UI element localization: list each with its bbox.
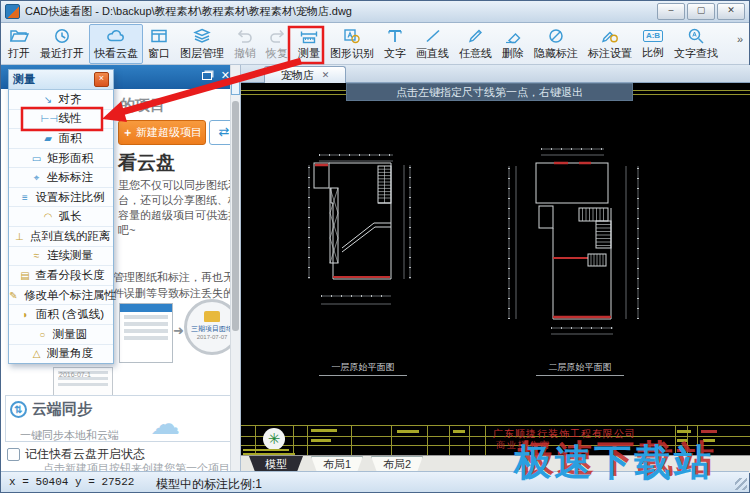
cloud-heading-fragment: 看云盘 bbox=[118, 150, 175, 176]
toolbar-recent-button[interactable]: 最近打开 bbox=[35, 24, 89, 64]
resize-grip[interactable] bbox=[735, 478, 747, 490]
arrow-right-icon: ➜ bbox=[173, 323, 184, 338]
cloud-sync-subtitle: 一键同步本地和云端 bbox=[20, 428, 119, 443]
measure-menu: 测量 × ↘对齐 ⊢⊣线性 ▰面积 ▭矩形面积 ⌖坐标标注 ≡设置标注比例 ◠弧… bbox=[8, 69, 114, 364]
cad-canvas[interactable]: 点击左键指定尺寸线第一点，右键退出 bbox=[241, 83, 750, 455]
document-tab-bar: 宠物店 ✕ bbox=[241, 65, 750, 83]
pencil-icon bbox=[466, 27, 486, 45]
menu-item-measure-circle[interactable]: ○测量圆 bbox=[9, 325, 113, 345]
measure-menu-title: 测量 bbox=[13, 72, 35, 87]
edit-annotation-icon: ✎ bbox=[6, 290, 21, 301]
minimize-button[interactable]: ‒ bbox=[657, 3, 685, 20]
toolbar-cloud-button[interactable]: 快看云盘 bbox=[89, 24, 143, 64]
main-toolbar: 打开 最近打开 快看云盘 窗口 图层管理 撤销 恢复 测量 bbox=[1, 23, 749, 65]
toolbar-undo-button[interactable]: 撤销 bbox=[229, 24, 261, 64]
app-icon bbox=[5, 4, 20, 19]
toolbar-drawline-button[interactable]: 画直线 bbox=[411, 24, 454, 64]
floor-plan-drawing bbox=[241, 83, 750, 455]
screenshot-thumbnail bbox=[119, 303, 173, 363]
redo-icon bbox=[267, 27, 287, 45]
layers-icon bbox=[192, 27, 212, 45]
maximize-button[interactable]: ▢ bbox=[687, 3, 715, 20]
toolbar-findtext-button[interactable]: 文字查找 bbox=[669, 24, 723, 64]
hide-icon bbox=[546, 27, 566, 45]
menu-item-edit-annotation[interactable]: ✎修改单个标注属性 bbox=[9, 286, 113, 306]
toolbar-overflow-chevron[interactable]: » bbox=[737, 33, 747, 55]
toolbar-annotation-settings-button[interactable]: 标注设置 bbox=[583, 24, 637, 64]
annotation-settings-icon bbox=[600, 27, 620, 45]
align-icon: ↘ bbox=[41, 94, 56, 105]
cloud-description: 里您不仅可以同步图纸和标 台，还可以分享图纸、标注 容量的超级项目可供选择！ 吧… bbox=[118, 178, 241, 238]
panel-scrollbar-thumb[interactable] bbox=[232, 101, 239, 331]
close-button[interactable]: ✕ bbox=[717, 3, 745, 20]
continuous-measure-icon: ≈ bbox=[29, 250, 44, 261]
menu-item-segment-length[interactable]: ▤查看分段长度 bbox=[9, 266, 113, 286]
rect-area-icon: ▭ bbox=[29, 153, 44, 164]
menu-item-arc-length[interactable]: ◠弧长 bbox=[9, 207, 113, 227]
panel-scrollbar[interactable] bbox=[230, 65, 240, 473]
measure-menu-close-icon[interactable]: × bbox=[94, 72, 109, 87]
toolbar-measure-button[interactable]: 测量 bbox=[293, 24, 325, 64]
menu-item-align[interactable]: ↘对齐 bbox=[9, 90, 113, 110]
window-title: CAD快速看图 - D:\backup\教程素材\教程素材\教程素材\宠物店.d… bbox=[25, 4, 352, 19]
coordinate-icon: ⌖ bbox=[29, 172, 44, 184]
cloud-sync-icon: ⇅ bbox=[10, 401, 27, 418]
toolbar-shape-recognition-button[interactable]: 图形识别 bbox=[325, 24, 379, 64]
menu-item-area-with-arc[interactable]: ◗面积 (含弧线) bbox=[9, 305, 113, 325]
panel-collapse-button[interactable] bbox=[231, 79, 240, 95]
remember-cloud-checkbox[interactable] bbox=[7, 448, 20, 461]
segment-length-icon: ▤ bbox=[18, 270, 33, 281]
cloud-panel-title-fragment: 的项目 bbox=[120, 96, 165, 115]
panel-restore-icon[interactable] bbox=[202, 72, 212, 80]
toolbar-open-button[interactable]: 打开 bbox=[3, 24, 35, 64]
menu-item-linear[interactable]: ⊢⊣线性 bbox=[9, 110, 113, 130]
watermark: 极速下载站 bbox=[514, 438, 714, 488]
cloud-icon bbox=[106, 27, 126, 45]
title-bar: CAD快速看图 - D:\backup\教程素材\教程素材\教程素材\宠物店.d… bbox=[1, 1, 749, 23]
menu-item-continuous[interactable]: ≈连续测量 bbox=[9, 247, 113, 267]
menu-item-point-to-line[interactable]: ⊥点到直线的距离 bbox=[9, 227, 113, 247]
document-tab-petshop[interactable]: 宠物店 ✕ bbox=[264, 66, 346, 83]
area-icon: ▰ bbox=[41, 133, 56, 144]
app-window: CAD快速看图 - D:\backup\教程素材\教程素材\教程素材\宠物店.d… bbox=[0, 0, 750, 493]
set-scale-icon: ≡ bbox=[18, 192, 33, 203]
cursor-coordinates: x = 50404 y = 27522 bbox=[9, 476, 134, 488]
toolbar-scale-button[interactable]: A:B 比例 bbox=[637, 24, 669, 64]
toolbar-hide-annotation-button[interactable]: 隐藏标注 bbox=[529, 24, 583, 64]
toolbar-redo-button[interactable]: 恢复 bbox=[261, 24, 293, 64]
command-hint-bar: 点击左键指定尺寸线第一点，右键退出 bbox=[346, 83, 633, 101]
plus-icon: ＋ bbox=[122, 125, 133, 140]
toolbar-delete-button[interactable]: 删除 bbox=[497, 24, 529, 64]
tab-close-icon[interactable]: ✕ bbox=[322, 70, 330, 80]
menu-item-measure-angle[interactable]: △测量角度 bbox=[9, 345, 113, 364]
company-logo: ✳ bbox=[263, 428, 285, 450]
drawing-area: 宠物店 ✕ 点击左键指定尺寸线第一点，右键退出 bbox=[241, 65, 750, 473]
toolbar-text-button[interactable]: 文字 bbox=[379, 24, 411, 64]
menu-item-rect-area[interactable]: ▭矩形面积 bbox=[9, 149, 113, 169]
area-with-arc-icon: ◗ bbox=[18, 309, 33, 320]
thumbnail-date: 2016-07-1 bbox=[59, 371, 91, 378]
toolbar-freeline-button[interactable]: 任意线 bbox=[454, 24, 497, 64]
linear-icon: ⊢⊣ bbox=[41, 113, 56, 124]
text-icon bbox=[385, 27, 405, 45]
eraser-icon bbox=[503, 27, 523, 45]
toolbar-window-button[interactable]: 窗口 bbox=[143, 24, 175, 64]
measure-menu-header[interactable]: 测量 × bbox=[9, 70, 113, 90]
menu-item-coordinate[interactable]: ⌖坐标标注 bbox=[9, 168, 113, 188]
plan2-label: 二层原始平面图 bbox=[536, 361, 624, 376]
panel-close-icon[interactable]: ✕ bbox=[221, 69, 230, 82]
window-icon bbox=[149, 27, 169, 45]
cloud-sync-card: ⇅ 云端同步 一键同步本地和云端 ☁ bbox=[5, 395, 236, 442]
arc-length-icon: ◠ bbox=[41, 211, 56, 222]
plan1-label: 一层原始平面图 bbox=[319, 361, 407, 376]
new-super-project-button[interactable]: ＋ 新建超级项目 bbox=[118, 120, 206, 145]
menu-item-set-scale[interactable]: ≡设置标注比例 bbox=[9, 188, 113, 208]
cloud-description-2: 管理图纸和标注，再也无 件误删等导致标注丢失的 bbox=[113, 269, 234, 301]
measure-circle-icon: ○ bbox=[35, 329, 50, 340]
line-icon bbox=[423, 27, 443, 45]
toolbar-layers-button[interactable]: 图层管理 bbox=[175, 24, 229, 64]
point-to-line-icon: ⊥ bbox=[12, 231, 27, 242]
menu-item-area[interactable]: ▰面积 bbox=[9, 129, 113, 149]
undo-icon bbox=[235, 27, 255, 45]
shape-recognition-icon bbox=[342, 27, 362, 45]
